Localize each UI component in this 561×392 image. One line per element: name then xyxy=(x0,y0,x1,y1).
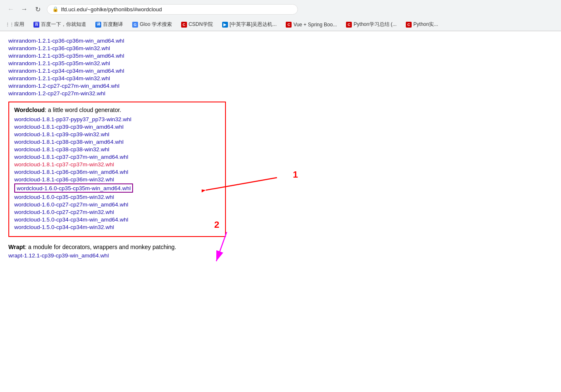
winrandom-link-1[interactable]: winrandom-1.2.1-cp36-cp36m-win32.whl xyxy=(8,45,110,51)
wrapt-title-rest: : a module for decorators, wrappers and … xyxy=(25,244,176,250)
list-item: wordcloud-1.6.0-cp35-cp35m-win32.whl xyxy=(14,193,220,200)
url-text: lfd.uci.edu/~gohlke/pythonlibs/#wordclou… xyxy=(61,6,292,13)
list-item: wordcloud-1.5.0-cp34-cp34m-win_amd64.whl xyxy=(14,216,220,223)
bookmark-gloo-label: Gloo 学术搜索 xyxy=(140,21,172,28)
bookmark-python[interactable]: C Python学习总结 (... xyxy=(343,20,400,29)
wrapt-link-0[interactable]: wrapt-1.12.1-cp39-cp39-win_amd64.whl xyxy=(8,252,109,259)
wrapt-links: wrapt-1.12.1-cp39-cp39-win_amd64.whl xyxy=(8,252,553,259)
list-item: wordcloud-1.8.1-pp37-pypy37_pp73-win32.w… xyxy=(14,116,220,122)
wc-link-9[interactable]: wordcloud-1.6.0-cp35-cp35m-win_amd64.whl xyxy=(17,185,131,191)
browser-chrome: ← → ↻ 🔒 lfd.uci.edu/~gohlke/pythonlibs/#… xyxy=(0,0,561,31)
wc-link-4[interactable]: wordcloud-1.8.1-cp38-cp38-win32.whl xyxy=(14,146,109,153)
wordcloud-title-bold: Wordcloud xyxy=(14,107,45,113)
bookmark-vue-label: Vue + Spring Boo... xyxy=(293,22,337,28)
wordcloud-section-box: Wordcloud: a little word cloud generator… xyxy=(8,102,226,237)
winrandom-link-3[interactable]: winrandom-1.2.1-cp35-cp35m-win32.whl xyxy=(8,60,110,66)
wc-link-9-boxed: wordcloud-1.6.0-cp35-cp35m-win_amd64.whl xyxy=(14,183,133,193)
wc-link-0[interactable]: wordcloud-1.8.1-pp37-pypy37_pp73-win32.w… xyxy=(14,116,131,122)
python2-icon: C xyxy=(406,22,412,28)
wc-link-7[interactable]: wordcloud-1.8.1-cp36-cp36m-win_amd64.whl xyxy=(14,169,128,175)
bookmark-csdn-label: CSDN学院 xyxy=(189,21,213,28)
wordcloud-title-rest: : a little word cloud generator. xyxy=(45,107,121,113)
wordcloud-section-title: Wordcloud: a little word cloud generator… xyxy=(14,107,220,113)
wc-link-10[interactable]: wordcloud-1.6.0-cp35-cp35m-win32.whl xyxy=(14,194,114,200)
list-item: wordcloud-1.6.0-cp35-cp35m-win_amd64.whl xyxy=(14,183,220,193)
list-item: wordcloud-1.5.0-cp34-cp34m-win32.whl xyxy=(14,224,220,230)
wc-link-3[interactable]: wordcloud-1.8.1-cp38-cp38-win_amd64.whl xyxy=(14,139,123,145)
apps-icon: ⋮⋮ xyxy=(7,22,13,28)
bookmark-apps[interactable]: ⋮⋮ 应用 xyxy=(3,20,28,29)
python-icon: C xyxy=(346,22,352,28)
csdn-icon: C xyxy=(181,22,187,28)
translate-icon: 译 xyxy=(95,22,101,28)
wc-link-5[interactable]: wordcloud-1.8.1-cp37-cp37m-win_amd64.whl xyxy=(14,154,128,160)
list-item: wordcloud-1.6.0-cp27-cp27m-win32.whl xyxy=(14,209,220,215)
list-item: winrandom-1.2-cp27-cp27m-win32.whl xyxy=(8,90,553,97)
wc-link-13[interactable]: wordcloud-1.5.0-cp34-cp34m-win_amd64.whl xyxy=(14,216,128,223)
list-item: winrandom-1.2.1-cp34-cp34m-win32.whl xyxy=(8,75,553,81)
winrandom-link-4[interactable]: winrandom-1.2.1-cp34-cp34m-win_amd64.whl xyxy=(8,68,124,74)
bookmark-python-label: Python学习总结 (... xyxy=(354,21,397,28)
bookmarks-bar: ⋮⋮ 应用 百 百度一下，你就知道 译 百度翻译 G Gloo 学术搜索 C C… xyxy=(0,18,561,31)
back-button[interactable]: ← xyxy=(5,3,17,15)
bookmark-vue[interactable]: C Vue + Spring Boo... xyxy=(282,21,340,28)
winrandom-link-2[interactable]: winrandom-1.2.1-cp35-cp35m-win_amd64.whl xyxy=(8,53,124,59)
address-bar[interactable]: 🔒 lfd.uci.edu/~gohlke/pythonlibs/#wordcl… xyxy=(47,4,298,15)
baidu1-icon: 百 xyxy=(33,22,39,28)
bookmark-video[interactable]: ▶ [中英字幕]吴恩达机... xyxy=(219,20,280,29)
annotation-1-label: 1 xyxy=(293,169,298,180)
bookmark-apps-label: 应用 xyxy=(14,21,24,28)
winrandom-link-5[interactable]: winrandom-1.2.1-cp34-cp34m-win32.whl xyxy=(8,75,110,81)
wc-link-1[interactable]: wordcloud-1.8.1-cp39-cp39-win_amd64.whl xyxy=(14,124,123,130)
bookmark-baidu1[interactable]: 百 百度一下，你就知道 xyxy=(30,20,90,29)
list-item: wrapt-1.12.1-cp39-cp39-win_amd64.whl xyxy=(8,252,553,259)
wrapt-title-bold: Wrapt xyxy=(8,244,25,250)
bookmark-baidu1-label: 百度一下，你就知道 xyxy=(41,21,86,28)
list-item: winrandom-1.2-cp27-cp27m-win_amd64.whl xyxy=(8,82,553,89)
wc-link-11[interactable]: wordcloud-1.6.0-cp27-cp27m-win_amd64.whl xyxy=(14,201,128,208)
vue-icon: C xyxy=(286,22,292,28)
bookmark-translate-label: 百度翻译 xyxy=(103,21,123,28)
bookmark-python2-label: Python实... xyxy=(413,21,438,28)
bookmark-translate[interactable]: 译 百度翻译 xyxy=(92,20,126,29)
bookmark-gloo[interactable]: G Gloo 学术搜索 xyxy=(129,20,175,29)
video-icon: ▶ xyxy=(222,22,228,28)
winrandom-links: winrandom-1.2.1-cp36-cp36m-win_amd64.whl… xyxy=(8,37,553,97)
wrapt-title: Wrapt: a module for decorators, wrappers… xyxy=(8,244,553,250)
list-item: wordcloud-1.8.1-cp38-cp38-win_amd64.whl xyxy=(14,138,220,145)
annotation-1-container: 1 xyxy=(293,169,298,180)
list-item: wordcloud-1.8.1-cp36-cp36m-win32.whl xyxy=(14,176,220,183)
winrandom-link-7[interactable]: winrandom-1.2-cp27-cp27m-win32.whl xyxy=(8,90,105,97)
winrandom-link-6[interactable]: winrandom-1.2-cp27-cp27m-win_amd64.whl xyxy=(8,83,120,89)
list-item: winrandom-1.2.1-cp36-cp36m-win_amd64.whl xyxy=(8,37,553,44)
list-item: wordcloud-1.8.1-cp37-cp37m-win32.whl xyxy=(14,161,220,168)
list-item: winrandom-1.2.1-cp36-cp36m-win32.whl xyxy=(8,45,553,51)
wc-link-8[interactable]: wordcloud-1.8.1-cp36-cp36m-win32.whl xyxy=(14,176,114,183)
list-item: wordcloud-1.8.1-cp38-cp38-win32.whl xyxy=(14,146,220,153)
gloo-icon: G xyxy=(132,22,138,28)
refresh-button[interactable]: ↻ xyxy=(32,3,44,15)
bookmark-video-label: [中英字幕]吴恩达机... xyxy=(230,21,277,28)
bookmark-csdn[interactable]: C CSDN学院 xyxy=(178,20,216,29)
winrandom-link-0[interactable]: winrandom-1.2.1-cp36-cp36m-win_amd64.whl xyxy=(8,38,124,44)
page-content: winrandom-1.2.1-cp36-cp36m-win_amd64.whl… xyxy=(0,31,561,265)
list-item: winrandom-1.2.1-cp34-cp34m-win_amd64.whl xyxy=(8,67,553,74)
browser-toolbar: ← → ↻ 🔒 lfd.uci.edu/~gohlke/pythonlibs/#… xyxy=(0,0,561,18)
list-item: wordcloud-1.8.1-cp39-cp39-win_amd64.whl xyxy=(14,123,220,130)
list-item: wordcloud-1.8.1-cp39-cp39-win32.whl xyxy=(14,131,220,137)
wrapt-section: Wrapt: a module for decorators, wrappers… xyxy=(8,244,553,259)
wc-link-6-red[interactable]: wordcloud-1.8.1-cp37-cp37m-win32.whl xyxy=(14,161,114,168)
list-item: wordcloud-1.6.0-cp27-cp27m-win_amd64.whl xyxy=(14,201,220,208)
list-item: winrandom-1.2.1-cp35-cp35m-win32.whl xyxy=(8,60,553,66)
lock-icon: 🔒 xyxy=(52,6,59,12)
wc-link-14[interactable]: wordcloud-1.5.0-cp34-cp34m-win32.whl xyxy=(14,224,114,230)
wc-link-2[interactable]: wordcloud-1.8.1-cp39-cp39-win32.whl xyxy=(14,131,109,137)
wordcloud-links: wordcloud-1.8.1-pp37-pypy37_pp73-win32.w… xyxy=(14,116,220,230)
wc-link-12[interactable]: wordcloud-1.6.0-cp27-cp27m-win32.whl xyxy=(14,209,114,215)
list-item: winrandom-1.2.1-cp35-cp35m-win_amd64.whl xyxy=(8,52,553,59)
nav-buttons: ← → ↻ xyxy=(5,3,44,15)
list-item: wordcloud-1.8.1-cp37-cp37m-win_amd64.whl xyxy=(14,153,220,160)
bookmark-python2[interactable]: C Python实... xyxy=(402,20,441,29)
list-item: wordcloud-1.8.1-cp36-cp36m-win_amd64.whl xyxy=(14,168,220,175)
forward-button[interactable]: → xyxy=(18,3,30,15)
